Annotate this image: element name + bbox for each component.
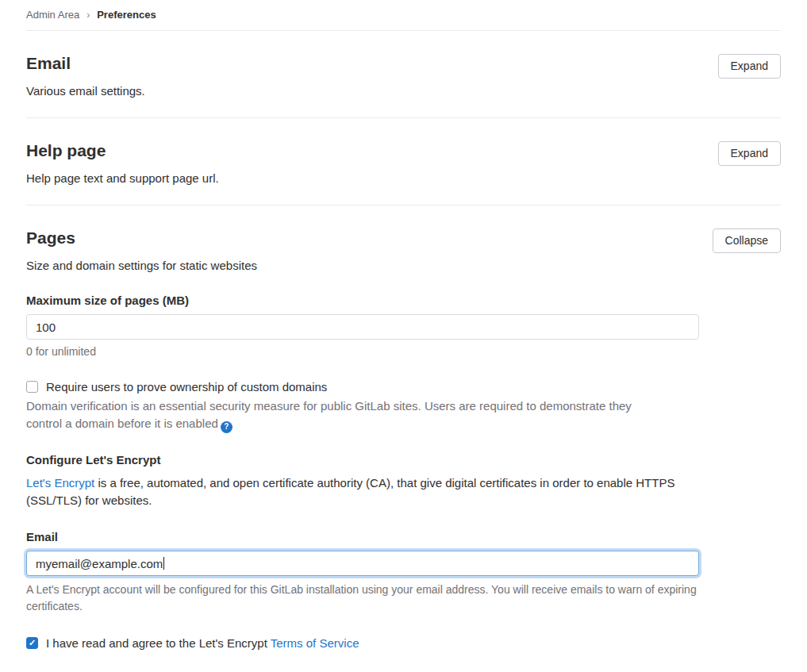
pages-collapse-button[interactable]: Collapse <box>713 228 781 253</box>
section-email: Email Various email settings. Expand <box>26 31 781 118</box>
section-pages-title: Pages <box>26 228 257 247</box>
terms-of-service-row: ✓ I have read and agree to the Let's Enc… <box>26 636 781 650</box>
lets-encrypt-paragraph-text: is a free, automated, and open certifica… <box>26 476 674 507</box>
admin-preferences-page: Admin Area › Preferences Email Various e… <box>0 0 807 672</box>
section-pages-text: Pages Size and domain settings for stati… <box>26 228 257 272</box>
text-cursor <box>163 557 164 570</box>
question-mark-help-icon[interactable]: ? <box>221 421 232 433</box>
terms-of-service-label-text: I have read and agree to the Let's Encry… <box>46 636 271 650</box>
lets-encrypt-link[interactable]: Let's Encrypt <box>26 476 94 490</box>
section-pages-description: Size and domain settings for static webs… <box>26 259 257 272</box>
section-pages-header: Pages Size and domain settings for stati… <box>26 228 781 272</box>
lets-encrypt-email-input[interactable]: myemail@example.com <box>26 551 699 576</box>
section-email-header: Email Various email settings. Expand <box>26 54 781 98</box>
domain-verification-help: Domain verification is an essential secu… <box>26 397 669 433</box>
domain-verification-label: Require users to prove ownership of cust… <box>46 380 327 394</box>
email-expand-button[interactable]: Expand <box>718 54 781 79</box>
section-email-text: Email Various email settings. <box>26 54 145 98</box>
lets-encrypt-email-label: Email <box>26 530 781 543</box>
lets-encrypt-paragraph: Let's Encrypt is a free, automated, and … <box>26 474 701 509</box>
domain-verification-help-text: Domain verification is an essential secu… <box>26 399 632 430</box>
domain-verification-checkbox[interactable] <box>26 381 38 393</box>
section-help-page-title: Help page <box>26 141 219 159</box>
breadcrumb: Admin Area › Preferences <box>26 0 781 30</box>
breadcrumb-admin-area-link[interactable]: Admin Area <box>26 9 79 21</box>
section-help-page-text: Help page Help page text and support pag… <box>26 141 219 185</box>
lets-encrypt-email-help: A Let's Encrypt account will be configur… <box>26 582 701 614</box>
chevron-right-icon: › <box>86 10 90 21</box>
max-pages-size-help: 0 for unlimited <box>26 345 781 358</box>
breadcrumb-current-page: Preferences <box>97 9 156 21</box>
section-email-title: Email <box>26 54 145 72</box>
terms-of-service-label: I have read and agree to the Let's Encry… <box>46 636 359 650</box>
help-page-expand-button[interactable]: Expand <box>718 141 781 166</box>
terms-of-service-link[interactable]: Terms of Service <box>271 636 359 650</box>
section-help-page: Help page Help page text and support pag… <box>26 118 781 205</box>
lets-encrypt-heading: Configure Let's Encrypt <box>26 453 781 467</box>
section-pages: Pages Size and domain settings for stati… <box>26 205 781 672</box>
lets-encrypt-email-value: myemail@example.com <box>36 557 163 570</box>
terms-of-service-checkbox[interactable]: ✓ <box>26 637 38 649</box>
section-email-description: Various email settings. <box>26 84 145 98</box>
max-pages-size-input[interactable] <box>26 314 699 340</box>
domain-verification-row: Require users to prove ownership of cust… <box>26 380 781 394</box>
section-help-page-header: Help page Help page text and support pag… <box>26 141 781 185</box>
max-pages-size-label: Maximum size of pages (MB) <box>26 294 781 307</box>
pages-settings-form: Maximum size of pages (MB) 0 for unlimit… <box>26 294 781 672</box>
section-help-page-description: Help page text and support page url. <box>26 171 219 185</box>
